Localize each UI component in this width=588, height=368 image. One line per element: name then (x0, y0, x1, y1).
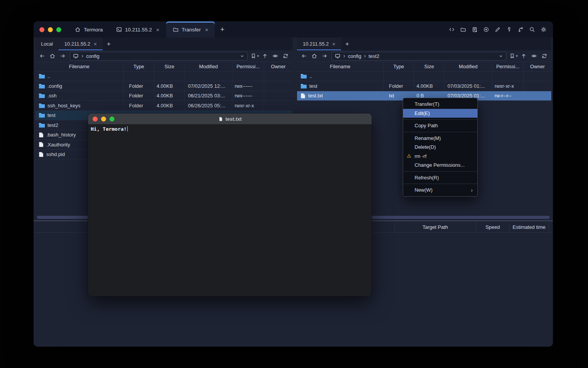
transfer-column-speed[interactable]: Speed (476, 222, 509, 232)
bookmark-dropdown-icon[interactable]: ▾ (257, 54, 259, 58)
editor-minimize-button[interactable] (101, 117, 106, 122)
path-segment[interactable]: config (348, 53, 361, 59)
menu-item-label: Copy Path (415, 123, 438, 128)
minimize-window-button[interactable] (48, 27, 53, 32)
back-button[interactable] (299, 51, 309, 61)
pane-tab-local[interactable]: Local (35, 38, 59, 50)
folder-icon (301, 74, 307, 79)
column-header-owner[interactable]: Owner (264, 62, 292, 71)
refresh-button[interactable] (281, 51, 291, 61)
bookmark-dropdown-icon[interactable]: ▾ (516, 54, 518, 58)
maximize-window-button[interactable] (56, 27, 61, 32)
bookmark-button[interactable]: ▾ (508, 51, 518, 61)
column-header-size[interactable]: Size (414, 62, 444, 71)
path-field[interactable]: configtest2 (332, 52, 506, 61)
gear-button[interactable] (539, 25, 548, 34)
column-header-filename[interactable]: Filename (297, 62, 384, 71)
search-icon (529, 26, 535, 33)
column-header-filename[interactable]: Filename (35, 62, 124, 71)
transfer-column-target-path[interactable]: Target Path (394, 222, 476, 232)
table-row[interactable]: testFolder4.00KB07/03/2025 01:...rwxr-xr… (297, 81, 551, 91)
folder-button[interactable] (458, 25, 468, 34)
column-header-permissi[interactable]: Permissi... (232, 62, 264, 71)
menu-item-label: Change Permissions... (415, 162, 465, 168)
forward-button[interactable] (58, 51, 68, 61)
bookmark-button[interactable]: ▾ (250, 51, 260, 61)
menu-item-change-permissions[interactable]: Change Permissions... (403, 161, 477, 170)
path-field[interactable]: config (70, 52, 248, 61)
parent-directory-button[interactable] (260, 51, 270, 61)
editor-title-text: test.txt (225, 116, 242, 122)
refresh-button[interactable] (539, 51, 549, 61)
new-pane-tab-button[interactable]: + (341, 38, 353, 50)
path-segment[interactable]: config (86, 53, 100, 59)
table-row[interactable]: .. (35, 72, 292, 82)
title-tab-termora[interactable]: Termora (68, 21, 109, 38)
cell-type: Folder (124, 101, 154, 110)
menu-item-transfer-t[interactable]: Transfer(T) (403, 100, 477, 109)
editor-close-button[interactable] (93, 117, 98, 122)
menu-item-delete-d[interactable]: Delete(D) (403, 143, 477, 152)
column-header-owner[interactable]: Owner (524, 62, 551, 71)
keychain-button[interactable] (516, 25, 525, 34)
column-header-type[interactable]: Type (124, 62, 154, 71)
record-button[interactable] (481, 25, 491, 34)
search-button[interactable] (527, 25, 537, 34)
refresh-icon (283, 53, 289, 59)
title-tab-10-211-55-2[interactable]: 10.211.55.2× (109, 21, 166, 38)
menu-item-edit-e[interactable]: Edit(E) (403, 109, 477, 118)
path-segment[interactable]: test2 (369, 53, 379, 59)
key-button[interactable] (504, 25, 514, 34)
table-row[interactable]: ssh_host_keysFolder4.00KB06/26/2025 05:.… (35, 101, 292, 111)
editor-maximize-button[interactable] (109, 117, 114, 122)
table-row[interactable]: .configFolder4.00KB07/02/2025 12:...rwx-… (35, 81, 292, 91)
back-button[interactable] (37, 51, 47, 61)
table-row[interactable]: .. (297, 72, 551, 82)
column-header-modified[interactable]: Modified (185, 62, 232, 71)
close-icon[interactable]: × (156, 27, 160, 33)
editor-titlebar[interactable]: test.txt (88, 113, 372, 124)
file-table: FilenameTypeSizeModifiedPermissi...Owner… (297, 62, 551, 101)
close-icon[interactable]: × (205, 27, 208, 33)
show-hidden-files-button[interactable] (270, 51, 280, 61)
home-button[interactable] (47, 51, 57, 61)
filename-text: .bash_history (46, 132, 76, 138)
column-header-modified[interactable]: Modified (444, 62, 492, 71)
pane-tab-10-211-55-2[interactable]: 10.211.55.2× (59, 38, 103, 50)
code-button[interactable] (447, 25, 456, 34)
close-window-button[interactable] (39, 27, 44, 32)
close-icon[interactable]: × (94, 41, 97, 47)
new-tab-button[interactable]: + (215, 21, 230, 38)
menu-item-new-w[interactable]: New(W)› (403, 186, 477, 195)
title-tab-transfer[interactable]: Transfer× (166, 21, 215, 38)
cell-modified: 06/21/2025 03:... (185, 91, 232, 101)
file-icon (39, 142, 44, 147)
cell-owner (264, 101, 292, 110)
cell-filename: .config (35, 81, 124, 91)
pencil-button[interactable] (493, 25, 502, 34)
parent-directory-button[interactable] (519, 51, 529, 61)
folder-icon (173, 26, 179, 33)
menu-item-copy-path[interactable]: Copy Path (403, 121, 477, 130)
pane-tab-10-211-55-2[interactable]: 10.211.55.2× (297, 38, 341, 50)
cell-modified: 07/03/2025 01:... (444, 81, 492, 91)
column-header-type[interactable]: Type (384, 62, 414, 71)
log-button[interactable] (470, 25, 479, 34)
menu-item-label: New(W) (415, 187, 433, 193)
forward-button[interactable] (320, 51, 330, 61)
editor-content[interactable]: Hi, Termora! (88, 124, 372, 296)
home-icon (49, 53, 56, 59)
menu-item-refresh-r[interactable]: Refresh(R) (403, 173, 477, 182)
new-pane-tab-button[interactable]: + (103, 38, 115, 50)
home-button[interactable] (309, 51, 319, 61)
menu-item-label: Edit(E) (415, 110, 430, 116)
transfer-column-estimated-time[interactable]: Estimated time (509, 222, 549, 232)
terminal-icon (116, 26, 122, 33)
column-header-permissi[interactable]: Permissi... (492, 62, 524, 71)
column-header-size[interactable]: Size (154, 62, 185, 71)
close-icon[interactable]: × (332, 41, 335, 47)
table-row[interactable]: .sshFolder4.00KB06/21/2025 03:...rwx----… (35, 91, 292, 101)
show-hidden-files-button[interactable] (529, 51, 539, 61)
menu-item-rename-m[interactable]: Rename(M) (403, 134, 477, 143)
menu-item-rm-rf[interactable]: rm -rf (403, 152, 477, 161)
